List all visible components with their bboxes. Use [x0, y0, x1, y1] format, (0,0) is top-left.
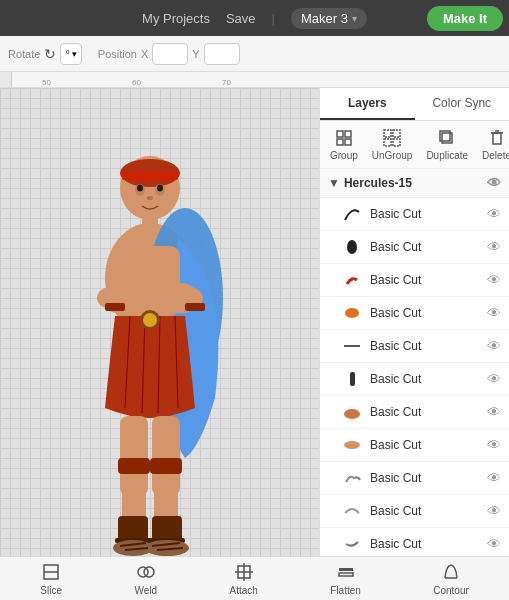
x-input[interactable] [152, 43, 188, 65]
svg-rect-29 [118, 516, 148, 541]
tab-layers[interactable]: Layers [320, 88, 415, 120]
list-item[interactable]: Basic Cut 👁 [320, 231, 509, 264]
position-label: Position [98, 48, 137, 60]
eye-icon[interactable]: 👁 [487, 239, 501, 255]
layer-toolbar: Group UnGroup Duplicate Delete [320, 121, 509, 169]
flatten-tool[interactable]: Flatten [322, 557, 369, 600]
list-item[interactable]: Basic Cut 👁 [320, 198, 509, 231]
svg-rect-40 [345, 131, 351, 137]
flatten-icon [335, 561, 357, 583]
svg-rect-3 [122, 172, 178, 180]
weld-tool[interactable]: Weld [127, 557, 166, 600]
flatten-label: Flatten [330, 585, 361, 596]
svg-rect-41 [337, 139, 343, 145]
ruler-tick-50: 50 [42, 78, 51, 87]
rotate-group: Rotate ↻ ° ▾ [8, 43, 82, 65]
layer-name: Basic Cut [370, 240, 481, 254]
attach-label: Attach [230, 585, 258, 596]
svg-point-62 [144, 567, 154, 577]
make-it-button[interactable]: Make It [427, 6, 503, 31]
layer-thumb [340, 466, 364, 490]
duplicate-button[interactable]: Duplicate [420, 125, 474, 164]
eye-icon[interactable]: 👁 [487, 305, 501, 321]
maker-label: Maker 3 [301, 11, 348, 26]
my-projects-link[interactable]: My Projects [142, 11, 210, 26]
rotate-icon: ↻ [44, 46, 56, 62]
maker-selector[interactable]: Maker 3 ▾ [291, 8, 367, 29]
group-button[interactable]: Group [324, 125, 364, 164]
attach-icon [233, 561, 255, 583]
position-group: Position X Y [98, 43, 240, 65]
ruler: 50 60 70 [0, 72, 509, 88]
layer-thumb [340, 202, 364, 226]
svg-rect-66 [339, 568, 353, 571]
canvas-image [30, 98, 270, 556]
layer-thumb [340, 334, 364, 358]
slice-label: Slice [40, 585, 62, 596]
group-eye-icon[interactable]: 👁 [487, 175, 501, 191]
svg-point-57 [344, 441, 360, 449]
ruler-right: 50 60 70 [12, 72, 509, 87]
slice-tool[interactable]: Slice [32, 557, 70, 600]
rotate-chevron-icon: ▾ [72, 49, 77, 59]
list-item[interactable]: Basic Cut 👁 [320, 363, 509, 396]
attach-tool[interactable]: Attach [222, 557, 266, 600]
layer-name: Basic Cut [370, 537, 481, 551]
layer-name: Basic Cut [370, 306, 481, 320]
contour-tool[interactable]: Contour [425, 557, 477, 600]
svg-point-22 [143, 313, 157, 327]
svg-rect-25 [118, 458, 150, 474]
svg-rect-43 [384, 130, 391, 137]
layers-list: ▼ Hercules-15 👁 Basic Cut 👁 Basic Cut 👁 [320, 169, 509, 556]
list-item[interactable]: Basic Cut 👁 [320, 462, 509, 495]
svg-rect-16 [185, 303, 205, 311]
eye-icon[interactable]: 👁 [487, 338, 501, 354]
list-item[interactable]: Basic Cut 👁 [320, 429, 509, 462]
rotate-select[interactable]: ° ▾ [60, 43, 81, 65]
eye-icon[interactable]: 👁 [487, 536, 501, 552]
eye-icon[interactable]: 👁 [487, 470, 501, 486]
eye-icon[interactable]: 👁 [487, 503, 501, 519]
svg-rect-15 [105, 303, 125, 311]
list-item[interactable]: Basic Cut 👁 [320, 330, 509, 363]
eye-icon[interactable]: 👁 [487, 272, 501, 288]
svg-rect-67 [339, 573, 353, 576]
list-item[interactable]: Basic Cut 👁 [320, 264, 509, 297]
list-item[interactable]: Basic Cut 👁 [320, 396, 509, 429]
svg-point-52 [347, 240, 357, 254]
layer-group-header[interactable]: ▼ Hercules-15 👁 [320, 169, 509, 198]
layer-thumb [340, 235, 364, 259]
ungroup-button[interactable]: UnGroup [366, 125, 419, 164]
layer-thumb [340, 499, 364, 523]
ruler-corner [0, 72, 12, 87]
delete-button[interactable]: Delete [476, 125, 509, 164]
svg-rect-26 [150, 458, 182, 474]
svg-rect-45 [384, 139, 391, 146]
eye-icon[interactable]: 👁 [487, 206, 501, 222]
eye-icon[interactable]: 👁 [487, 371, 501, 387]
layer-name: Basic Cut [370, 339, 481, 353]
list-item[interactable]: Basic Cut 👁 [320, 495, 509, 528]
list-item[interactable]: Basic Cut 👁 [320, 528, 509, 556]
main-area: Layers Color Sync Group UnGroup [0, 88, 509, 556]
save-link[interactable]: Save [226, 11, 256, 26]
list-item[interactable]: Basic Cut 👁 [320, 297, 509, 330]
ruler-tick-70: 70 [222, 78, 231, 87]
svg-rect-9 [142, 216, 158, 232]
tab-color-sync[interactable]: Color Sync [415, 88, 510, 120]
svg-rect-46 [393, 139, 400, 146]
svg-rect-55 [350, 372, 355, 386]
svg-point-56 [344, 409, 360, 419]
svg-point-7 [157, 185, 163, 192]
layer-thumb [340, 301, 364, 325]
y-input[interactable] [204, 43, 240, 65]
duplicate-icon [437, 128, 457, 148]
group-name: Hercules-15 [344, 176, 412, 190]
eye-icon[interactable]: 👁 [487, 437, 501, 453]
svg-rect-39 [337, 131, 343, 137]
slice-icon [40, 561, 62, 583]
hercules-svg [30, 98, 270, 556]
canvas-area[interactable] [0, 88, 319, 556]
layer-name: Basic Cut [370, 504, 481, 518]
eye-icon[interactable]: 👁 [487, 404, 501, 420]
